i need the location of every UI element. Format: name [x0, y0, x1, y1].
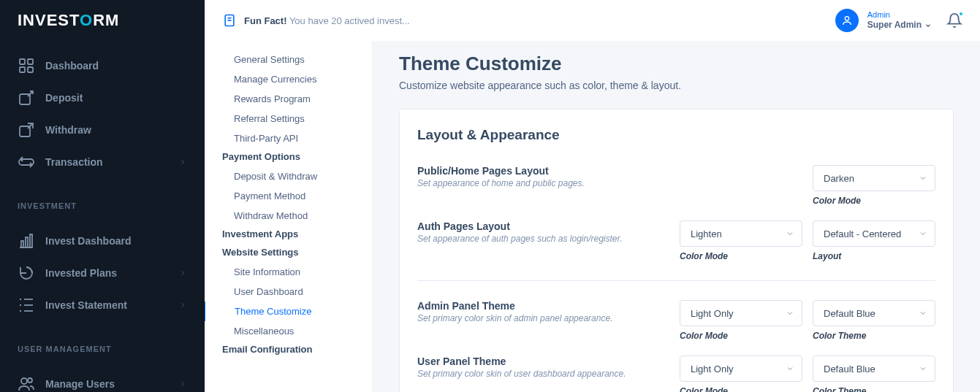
select-value: Default Blue: [824, 364, 875, 374]
select-value: Default - Centered: [824, 228, 901, 239]
user-menu[interactable]: Admin Super Admin: [835, 9, 932, 32]
sidebar-item-invested-plans[interactable]: Invested Plans: [0, 257, 205, 289]
subnav-item-deposit-withdraw[interactable]: Deposit & Withdraw: [205, 166, 372, 186]
sidebar-item-manage-users[interactable]: Manage Users: [0, 368, 205, 392]
sidebar-item-label: Deposit: [45, 92, 83, 104]
setting-label: User Panel Theme: [417, 356, 680, 367]
select-value: Default Blue: [824, 308, 875, 319]
setting-desc: Set appearance of home and public pages.: [417, 178, 813, 188]
subnav-heading[interactable]: Investment Apps: [205, 226, 372, 244]
logo-text: INVESTORM: [18, 11, 119, 30]
setting-row: Admin Panel ThemeSet primary color skin …: [417, 293, 935, 348]
select-color-mode[interactable]: Lighten: [680, 220, 802, 247]
sidebar: INVESTORM DashboardDepositWithdrawTransa…: [0, 0, 205, 392]
svg-point-24: [845, 17, 848, 20]
chevron-down-icon: [924, 22, 932, 29]
sidebar-item-label: Withdraw: [45, 124, 91, 136]
select-layout[interactable]: Default - Centered: [813, 220, 935, 247]
subnav-heading[interactable]: Website Settings: [205, 244, 372, 262]
user-name: Super Admin: [867, 20, 922, 30]
setting-desc: Set primary color skin of admin panel ap…: [417, 313, 680, 323]
chevron-right-icon: [178, 380, 187, 388]
svg-rect-3: [28, 67, 33, 72]
nav-investment: Invest DashboardInvested PlansInvest Sta…: [0, 216, 205, 330]
control-caption: Color Mode: [680, 251, 802, 261]
chevron-right-icon: [178, 301, 187, 310]
funfact: Fun Fact! You have 20 actived invest...: [222, 13, 410, 28]
chevron-down-icon: [919, 229, 927, 238]
sidebar-item-transaction[interactable]: Transaction: [0, 146, 205, 178]
main-content: Theme Customize Customize website appear…: [373, 0, 980, 392]
control-caption: Color Mode: [813, 196, 935, 206]
setting-label: Public/Home Pages Layout: [417, 165, 813, 177]
subnav: General SettingsManage CurrenciesRewards…: [205, 41, 373, 392]
setting-desc: Set appearance of auth pages such as log…: [417, 234, 680, 244]
control-caption: Color Theme: [813, 386, 935, 392]
chevron-down-icon: [919, 364, 927, 373]
subnav-item-manage-currencies[interactable]: Manage Currencies: [205, 69, 372, 89]
select-color-theme[interactable]: Default Blue: [813, 356, 935, 382]
subnav-heading[interactable]: Payment Options: [205, 148, 372, 166]
withdraw-icon: [18, 121, 35, 139]
setting-desc: Set primary color skin of user dashboard…: [417, 369, 680, 379]
sidebar-item-invest-statement[interactable]: Invest Statement: [0, 289, 205, 321]
funfact-icon: [222, 13, 237, 28]
notifications-button[interactable]: [946, 12, 962, 28]
subnav-item-theme-customize[interactable]: Theme Customize: [205, 301, 372, 321]
subnav-item-general-settings[interactable]: General Settings: [205, 50, 372, 69]
subnav-heading[interactable]: Email Configuration: [205, 341, 372, 359]
page-title: Theme Customize: [399, 53, 954, 75]
deposit-icon: [18, 89, 35, 107]
svg-rect-11: [26, 237, 28, 247]
sidebar-item-label: Invest Statement: [45, 299, 127, 311]
logo[interactable]: INVESTORM: [0, 0, 205, 41]
sidebar-item-deposit[interactable]: Deposit: [0, 82, 205, 114]
subnav-item-user-dashboard[interactable]: User Dashboard: [205, 282, 372, 301]
sidebar-item-invest-dashboard[interactable]: Invest Dashboard: [0, 225, 205, 257]
select-color-theme[interactable]: Default Blue: [813, 300, 935, 326]
nav-users: Manage Users: [0, 359, 205, 392]
notification-dot: [958, 11, 964, 17]
svg-rect-0: [20, 59, 25, 64]
subnav-item-third-party-api[interactable]: Third-Party API: [205, 128, 372, 148]
select-value: Lighten: [691, 228, 722, 239]
subnav-item-referral-settings[interactable]: Referral Settings: [205, 109, 372, 128]
select-color-mode[interactable]: Darken: [813, 165, 935, 191]
select-value: Light Only: [691, 308, 734, 319]
user-role: Admin: [867, 10, 932, 20]
nav-heading-users: USER MANAGEMENT: [0, 330, 205, 359]
setting-row: Public/Home Pages LayoutSet appearance o…: [417, 158, 935, 213]
control-caption: Color Mode: [680, 331, 802, 341]
select-color-mode[interactable]: Light Only: [680, 356, 802, 382]
header: Fun Fact! You have 20 actived invest... …: [205, 0, 980, 41]
card-title: Layout & Appearance: [417, 127, 935, 143]
setting-label: Admin Panel Theme: [417, 300, 680, 312]
sidebar-item-label: Dashboard: [45, 60, 99, 72]
users-icon: [18, 375, 35, 392]
subnav-item-withdraw-method[interactable]: Withdraw Method: [205, 206, 372, 226]
subnav-item-miscellaneous[interactable]: Miscellaneous: [205, 321, 372, 341]
invest-statement-icon: [18, 296, 35, 314]
subnav-item-payment-method[interactable]: Payment Method: [205, 186, 372, 206]
select-value: Darken: [824, 173, 854, 184]
chevron-down-icon: [786, 364, 794, 373]
chevron-right-icon: [178, 158, 187, 166]
chevron-down-icon: [919, 309, 927, 318]
select-value: Light Only: [691, 364, 734, 374]
sidebar-item-label: Manage Users: [45, 378, 115, 390]
setting-label: Auth Pages Layout: [417, 220, 680, 232]
select-color-mode[interactable]: Light Only: [680, 300, 802, 326]
svg-rect-10: [21, 241, 23, 247]
sidebar-item-dashboard[interactable]: Dashboard: [0, 50, 205, 82]
control-caption: Color Mode: [680, 386, 802, 392]
invest-dashboard-icon: [18, 232, 35, 250]
control-caption: Layout: [813, 251, 935, 261]
subnav-item-rewards-program[interactable]: Rewards Program: [205, 89, 372, 109]
subnav-item-site-information[interactable]: Site Information: [205, 262, 372, 282]
control-caption: Color Theme: [813, 331, 935, 341]
sidebar-item-withdraw[interactable]: Withdraw: [0, 114, 205, 146]
page-subtitle: Customize website appearance such as col…: [399, 80, 954, 91]
settings-card: Layout & Appearance Public/Home Pages La…: [399, 109, 954, 392]
svg-rect-12: [30, 234, 32, 247]
svg-point-19: [21, 378, 27, 384]
